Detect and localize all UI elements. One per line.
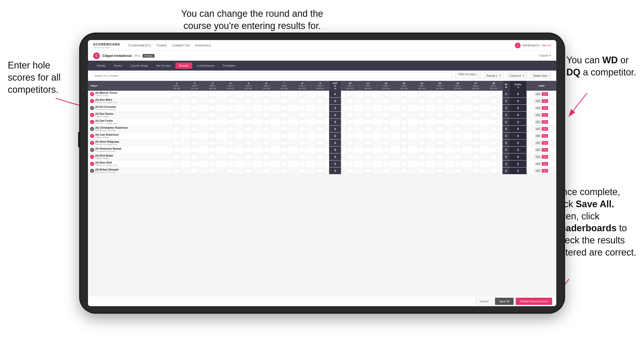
score-h5[interactable]: [239, 119, 257, 126]
score-input-h12[interactable]: [382, 154, 390, 159]
score-input-h13[interactable]: [400, 91, 408, 97]
score-h17[interactable]: [467, 126, 485, 133]
score-h2[interactable]: [186, 126, 204, 133]
score-h5[interactable]: [239, 133, 257, 140]
score-h10[interactable]: [341, 112, 359, 119]
score-h6[interactable]: [257, 112, 275, 119]
score-h16[interactable]: [449, 105, 467, 112]
tab-tee-groups[interactable]: Tee Groups: [152, 63, 174, 69]
score-input-h13[interactable]: [400, 119, 408, 125]
score-input-h13[interactable]: [400, 98, 408, 104]
score-input-h16[interactable]: [454, 126, 461, 132]
score-input-h5[interactable]: [245, 126, 252, 132]
wd-button[interactable]: WD: [535, 134, 541, 138]
score-h11[interactable]: [359, 119, 377, 126]
score-h5[interactable]: [239, 91, 257, 98]
score-input-h13[interactable]: [400, 133, 408, 139]
score-input-h7[interactable]: [281, 133, 288, 139]
score-h3[interactable]: [204, 105, 221, 112]
score-input-h15[interactable]: [436, 168, 443, 173]
score-h18[interactable]: [485, 98, 502, 105]
score-input-h6[interactable]: [263, 133, 270, 139]
score-h5[interactable]: [239, 105, 257, 112]
score-input-h6[interactable]: [263, 168, 270, 173]
score-input-h14[interactable]: [418, 91, 425, 97]
dq-button[interactable]: DQ: [542, 99, 548, 103]
score-h11[interactable]: [359, 112, 377, 119]
score-h13[interactable]: [395, 167, 413, 174]
score-h6[interactable]: [257, 119, 275, 126]
score-input-h2[interactable]: [191, 147, 198, 152]
score-input-h12[interactable]: [382, 168, 390, 173]
score-h2[interactable]: [186, 98, 204, 105]
score-input-h16[interactable]: [454, 140, 461, 145]
score-input-h10[interactable]: [346, 161, 354, 166]
score-h7[interactable]: [275, 153, 293, 160]
score-h14[interactable]: [413, 147, 431, 153]
score-h3[interactable]: [204, 98, 221, 105]
score-input-h16[interactable]: [454, 112, 461, 118]
score-input-h7[interactable]: [281, 154, 288, 159]
score-h4[interactable]: [221, 119, 239, 126]
score-h14[interactable]: [413, 133, 431, 140]
score-h3[interactable]: [204, 126, 221, 133]
score-h11[interactable]: [359, 160, 377, 167]
dq-button[interactable]: DQ: [542, 106, 548, 110]
wd-button[interactable]: WD: [535, 141, 541, 145]
score-input-h4[interactable]: [227, 133, 234, 139]
score-h15[interactable]: [431, 119, 449, 126]
score-input-h10[interactable]: [346, 126, 354, 132]
score-h4[interactable]: [221, 126, 239, 133]
score-h1[interactable]: [168, 153, 186, 160]
score-h9[interactable]: [311, 119, 329, 126]
score-h7[interactable]: [275, 91, 293, 98]
score-h18[interactable]: [485, 140, 502, 147]
score-input-h11[interactable]: [364, 154, 372, 159]
score-input-h18[interactable]: [490, 126, 497, 132]
score-h1[interactable]: [168, 140, 186, 147]
nav-rankings[interactable]: RANKINGS: [195, 44, 211, 47]
round-selector[interactable]: Round 1 ▼: [484, 72, 504, 79]
score-input-h10[interactable]: [346, 105, 354, 111]
tournament-cancel-btn[interactable]: Cancel ✕: [539, 54, 551, 57]
totals-only-toggle[interactable]: Totals Only □: [530, 72, 552, 79]
score-input-h15[interactable]: [436, 112, 443, 118]
score-input-h8[interactable]: [299, 112, 306, 118]
score-input-h5[interactable]: [245, 168, 252, 173]
score-input-h14[interactable]: [418, 112, 425, 118]
score-input-h10[interactable]: [346, 140, 354, 145]
score-h17[interactable]: [467, 91, 485, 98]
score-input-h3[interactable]: [209, 168, 216, 173]
score-h4[interactable]: [221, 140, 239, 147]
score-h12[interactable]: [377, 153, 395, 160]
score-h6[interactable]: [257, 91, 275, 98]
score-h12[interactable]: [377, 112, 395, 119]
score-h14[interactable]: [413, 112, 431, 119]
score-input-h16[interactable]: [454, 133, 461, 139]
score-h1[interactable]: [168, 112, 186, 119]
score-input-h16[interactable]: [454, 168, 461, 173]
score-input-h18[interactable]: [490, 140, 497, 145]
score-h15[interactable]: [431, 91, 449, 98]
score-h17[interactable]: [467, 153, 485, 160]
score-h15[interactable]: [431, 167, 449, 174]
score-h9[interactable]: [311, 105, 329, 112]
score-input-h10[interactable]: [346, 119, 354, 125]
nav-teams[interactable]: TEAMS: [156, 44, 167, 47]
score-input-h2[interactable]: [191, 112, 198, 118]
score-h1[interactable]: [168, 126, 186, 133]
wd-button[interactable]: WD: [535, 155, 541, 159]
score-h7[interactable]: [275, 126, 293, 133]
score-input-h18[interactable]: [490, 98, 497, 104]
score-h5[interactable]: [239, 153, 257, 160]
score-input-h16[interactable]: [454, 147, 461, 152]
score-h18[interactable]: [485, 105, 502, 112]
score-h12[interactable]: [377, 167, 395, 174]
score-h13[interactable]: [395, 105, 413, 112]
score-h8[interactable]: [293, 98, 311, 105]
score-h1[interactable]: [168, 167, 186, 174]
score-h14[interactable]: [413, 126, 431, 133]
score-h8[interactable]: [293, 119, 311, 126]
score-input-h16[interactable]: [454, 105, 461, 111]
wd-button[interactable]: WD: [535, 113, 541, 117]
